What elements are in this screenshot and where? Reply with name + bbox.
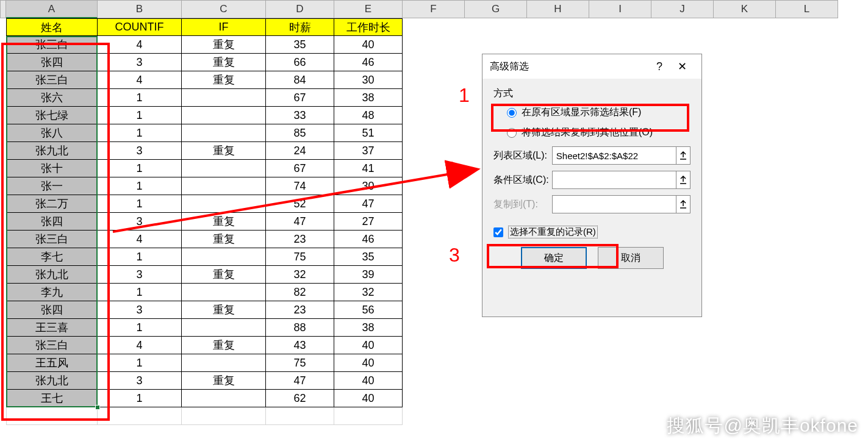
- cell[interactable]: 40: [334, 390, 403, 407]
- cell[interactable]: [182, 160, 266, 177]
- cell[interactable]: 48: [334, 107, 403, 124]
- ok-button[interactable]: 确定: [521, 247, 587, 269]
- cell[interactable]: 重复: [182, 142, 266, 160]
- cell[interactable]: 66: [266, 54, 334, 71]
- cell[interactable]: 88: [266, 319, 334, 337]
- cell[interactable]: 张九北: [6, 372, 98, 390]
- cell[interactable]: 重复: [182, 36, 266, 54]
- selection-fill-handle[interactable]: [95, 405, 100, 410]
- cell[interactable]: [182, 195, 266, 213]
- col-header-A[interactable]: A: [6, 0, 98, 18]
- cell[interactable]: 4: [98, 337, 182, 354]
- cell[interactable]: 张二万: [6, 195, 98, 213]
- cell[interactable]: 3: [98, 266, 182, 284]
- cell[interactable]: 王七: [6, 390, 98, 407]
- list-range-ref-button[interactable]: [676, 146, 690, 165]
- cell[interactable]: 35: [334, 248, 403, 266]
- cell[interactable]: 67: [266, 160, 334, 177]
- close-icon[interactable]: ✕: [670, 60, 694, 73]
- cell[interactable]: 52: [266, 195, 334, 213]
- cell[interactable]: 重复: [182, 54, 266, 71]
- col-header-I[interactable]: I: [589, 0, 651, 18]
- cell[interactable]: 张四: [6, 213, 98, 231]
- cell[interactable]: [182, 284, 266, 301]
- copy-to-ref-button[interactable]: [676, 195, 690, 213]
- cell[interactable]: [182, 248, 266, 266]
- cell[interactable]: 75: [266, 248, 334, 266]
- dialog-titlebar[interactable]: 高级筛选 ? ✕: [482, 54, 701, 79]
- cell[interactable]: 40: [334, 354, 403, 372]
- cell[interactable]: 张一: [6, 177, 98, 195]
- cell[interactable]: 张四: [6, 301, 98, 319]
- cell[interactable]: 1: [98, 284, 182, 301]
- header-cell-C[interactable]: IF: [182, 18, 266, 36]
- header-cell-A[interactable]: 姓名: [6, 18, 98, 36]
- col-header-C[interactable]: C: [182, 0, 266, 18]
- cell[interactable]: 1: [98, 390, 182, 407]
- cell[interactable]: 1: [98, 248, 182, 266]
- empty-cell[interactable]: [182, 407, 266, 425]
- cell[interactable]: 85: [266, 124, 334, 142]
- cell[interactable]: 3: [98, 301, 182, 319]
- cell[interactable]: 27: [334, 213, 403, 231]
- cancel-button[interactable]: 取消: [598, 247, 664, 269]
- cell[interactable]: 3: [98, 372, 182, 390]
- empty-cell[interactable]: [266, 407, 334, 425]
- cell[interactable]: 重复: [182, 213, 266, 231]
- cell[interactable]: 23: [266, 301, 334, 319]
- cell[interactable]: 3: [98, 142, 182, 160]
- cell[interactable]: 张三白: [6, 71, 98, 89]
- cell[interactable]: 84: [266, 71, 334, 89]
- radio-copy-input[interactable]: [507, 128, 517, 138]
- cell[interactable]: 张四: [6, 54, 98, 71]
- cell[interactable]: 41: [334, 160, 403, 177]
- cell[interactable]: 张九北: [6, 142, 98, 160]
- cell[interactable]: 46: [334, 231, 403, 248]
- list-range-input[interactable]: [552, 146, 676, 165]
- header-cell-E[interactable]: 工作时长: [334, 18, 403, 36]
- help-icon[interactable]: ?: [649, 60, 670, 73]
- radio-in-place-input[interactable]: [507, 108, 517, 118]
- cell[interactable]: 张八: [6, 124, 98, 142]
- cell[interactable]: 74: [266, 177, 334, 195]
- cell[interactable]: 67: [266, 89, 334, 107]
- cell[interactable]: 30: [334, 71, 403, 89]
- cell[interactable]: 重复: [182, 71, 266, 89]
- empty-cell[interactable]: [98, 407, 182, 425]
- cell[interactable]: [182, 107, 266, 124]
- cell[interactable]: 3: [98, 54, 182, 71]
- cell[interactable]: 33: [266, 107, 334, 124]
- col-header-H[interactable]: H: [527, 0, 589, 18]
- criteria-range-ref-button[interactable]: [676, 171, 690, 189]
- cell[interactable]: 4: [98, 231, 182, 248]
- cell[interactable]: 23: [266, 231, 334, 248]
- cell[interactable]: 62: [266, 390, 334, 407]
- col-header-K[interactable]: K: [714, 0, 776, 18]
- cell[interactable]: 3: [98, 213, 182, 231]
- cell[interactable]: 李七: [6, 248, 98, 266]
- cell[interactable]: 24: [266, 142, 334, 160]
- cell[interactable]: 重复: [182, 231, 266, 248]
- cell[interactable]: 重复: [182, 301, 266, 319]
- radio-copy-to[interactable]: 将筛选结果复制到其他位置(O): [507, 126, 690, 139]
- col-header-D[interactable]: D: [266, 0, 334, 18]
- cell[interactable]: 82: [266, 284, 334, 301]
- cell[interactable]: [182, 124, 266, 142]
- cell[interactable]: 1: [98, 354, 182, 372]
- cell[interactable]: 38: [334, 89, 403, 107]
- col-header-B[interactable]: B: [98, 0, 182, 18]
- cell[interactable]: 张十: [6, 160, 98, 177]
- select-all-corner[interactable]: [0, 0, 6, 18]
- cell[interactable]: 张六: [6, 89, 98, 107]
- cell[interactable]: 35: [266, 36, 334, 54]
- cell[interactable]: 43: [266, 337, 334, 354]
- cell[interactable]: 1: [98, 89, 182, 107]
- col-header-E[interactable]: E: [334, 0, 403, 18]
- cell[interactable]: 1: [98, 160, 182, 177]
- cell[interactable]: 王五风: [6, 354, 98, 372]
- empty-cell[interactable]: [334, 407, 403, 425]
- col-header-G[interactable]: G: [465, 0, 527, 18]
- header-cell-B[interactable]: COUNTIF: [98, 18, 182, 36]
- cell[interactable]: 1: [98, 195, 182, 213]
- radio-filter-in-place[interactable]: 在原有区域显示筛选结果(F): [507, 106, 690, 119]
